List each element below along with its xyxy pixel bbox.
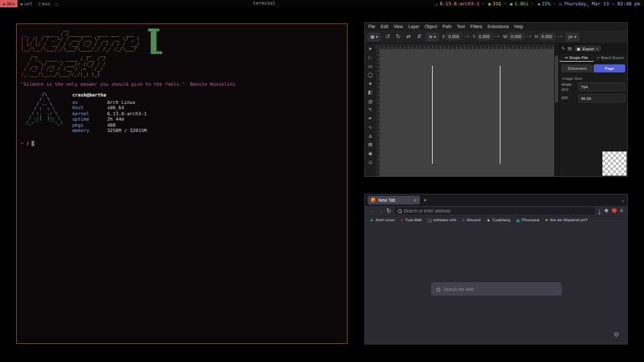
rotate-cw-button[interactable]: ↻ <box>394 34 402 40</box>
spinbox-value[interactable]: 0.000 <box>446 33 462 40</box>
bookmarks-bar: ▲ Arch Linux ● Tuta Mail ❏ software refs… <box>365 216 627 223</box>
spinbox-steppers[interactable]: −+ <box>557 34 562 39</box>
tool-button[interactable]: ★ <box>366 80 375 88</box>
tool-button[interactable]: ◯ <box>366 71 375 79</box>
bookmark-item[interactable]: ▣ Photopea <box>516 218 539 223</box>
bookmark-item[interactable]: ● Discord <box>462 218 480 222</box>
coordinate-spinbox[interactable]: Y 0.000 −+ <box>472 33 500 40</box>
tool-button[interactable]: ➤ <box>366 45 375 53</box>
tool-button[interactable]: ◧ <box>366 88 375 97</box>
status-icon: ▦ <box>510 1 513 6</box>
coordinate-spinbox[interactable]: X 0.000 −+ <box>442 33 470 40</box>
fetch-label: memory <box>72 128 107 134</box>
tab-close-icon[interactable]: × <box>414 198 417 202</box>
bookmark-item[interactable]: ● Tuta Mail <box>400 218 421 222</box>
list-all-tabs-button[interactable]: ⌄ <box>621 198 625 203</box>
close-icon[interactable]: × <box>596 47 599 51</box>
workspace-tag[interactable]: ◆ dev <box>0 0 17 7</box>
forward-button[interactable]: → <box>378 208 383 214</box>
tool-button[interactable]: ✒ <box>366 115 375 123</box>
menu-item[interactable]: Text <box>457 24 465 29</box>
bookmark-label: Photopea <box>522 218 539 222</box>
spinbox-label: Y <box>472 34 475 39</box>
status-separator: • <box>553 1 555 7</box>
tool-button[interactable]: ▷ <box>366 54 375 62</box>
export-scope-button[interactable]: Document <box>561 64 593 72</box>
back-button[interactable]: ← <box>369 208 374 214</box>
spinbox-value[interactable]: 0.000 <box>539 33 555 40</box>
spinbox-steppers[interactable]: −+ <box>526 34 531 39</box>
gear-icon[interactable]: ⚙ <box>614 331 619 338</box>
scrollbar-thumb[interactable] <box>555 56 558 103</box>
workspace-tag[interactable]: □ <box>53 0 62 7</box>
menu-item[interactable]: Edit <box>380 24 388 29</box>
menu-item[interactable]: Extensions <box>488 24 509 29</box>
menu-item[interactable]: Object <box>425 24 437 29</box>
export-mode-tab[interactable]: ▱ Batch Export <box>594 54 628 62</box>
workspace-tag[interactable]: ♫ mus <box>36 0 53 7</box>
units-dropdown[interactable]: px ▾ <box>566 33 579 41</box>
spinbox-steppers[interactable]: −+ <box>494 34 500 39</box>
extensions-icon[interactable]: ❖ <box>604 208 608 214</box>
tool-button[interactable]: A <box>366 132 375 140</box>
chevron-down-icon: ▾ <box>434 34 436 40</box>
bookmark-favicon-icon: ▲ <box>486 218 490 222</box>
dpi-input[interactable] <box>578 94 625 103</box>
workspace-tag[interactable]: ◉ ust <box>17 0 35 7</box>
tool-button[interactable]: ▤ <box>366 141 375 149</box>
browser-tab[interactable]: New Tab × <box>368 196 420 204</box>
canvas-vertical-scrollbar[interactable] <box>554 44 559 176</box>
url-input[interactable] <box>404 208 592 213</box>
terminal-window[interactable]: __ ▄▄▄▄ _ _____ / /________ ____ ___ ___… <box>16 23 347 344</box>
select-mode-dropdown[interactable]: ▦ ▾ <box>368 33 380 41</box>
menu-item[interactable]: Layer <box>409 24 419 29</box>
edit-dock-icon[interactable]: ✎ <box>561 46 566 52</box>
bookmark-item[interactable]: ▲ Codeberg <box>486 218 510 222</box>
tool-button[interactable]: ◎ <box>366 158 375 166</box>
tool-button[interactable]: @ <box>366 97 375 105</box>
newtab-search-bar[interactable] <box>431 282 561 296</box>
bookmark-item[interactable]: ❏ software refs <box>427 218 456 223</box>
spinbox-label: H <box>535 34 538 39</box>
spinbox-steppers[interactable]: −+ <box>464 34 469 39</box>
workspace-tag-icon: □ <box>56 1 58 6</box>
menu-item[interactable]: Help <box>515 24 523 29</box>
bookmark-item[interactable]: ▲ Arch Linux <box>370 218 394 222</box>
newtab-search-input[interactable] <box>443 287 556 292</box>
menu-icon[interactable]: ≡ <box>620 208 623 214</box>
tool-button[interactable]: ◉ <box>366 149 375 158</box>
coordinate-spinbox[interactable]: W 0.000 −+ <box>503 33 531 40</box>
menu-item[interactable]: View <box>394 24 403 29</box>
coordinate-spinbox[interactable]: H 0.000 −+ <box>535 33 562 40</box>
fetch-row: os Arch Linux <box>72 100 147 106</box>
align-dropdown[interactable]: ⊞ ▾ <box>426 33 439 41</box>
tool-button[interactable]: ∿ <box>366 123 375 131</box>
export-scope-button[interactable]: Page <box>594 64 625 72</box>
width-input[interactable] <box>578 82 625 91</box>
inkscape-canvas[interactable] <box>380 49 554 176</box>
spinbox-value[interactable]: 0.000 <box>477 33 493 40</box>
url-bar[interactable] <box>394 207 595 215</box>
bookmark-label: Tuta Mail <box>405 218 421 222</box>
rotate-ccw-button[interactable]: ↺ <box>384 34 391 40</box>
tool-button[interactable]: ▭ <box>366 62 375 70</box>
ublock-icon[interactable] <box>612 208 616 213</box>
menu-item[interactable]: Filters <box>470 24 482 29</box>
prompt-cwd: ~ <box>21 141 23 146</box>
flip-horizontal-button[interactable]: ⇄ <box>405 34 413 40</box>
new-tab-button[interactable]: + <box>423 197 427 204</box>
menu-item[interactable]: Path <box>443 24 451 29</box>
bookmark-item[interactable]: ● Are we Wayland yet? <box>545 218 588 222</box>
layers-dock-icon[interactable]: ▤ <box>568 46 572 52</box>
tool-button[interactable]: ✎ <box>366 106 375 114</box>
spinbox-value[interactable]: 0.000 <box>508 33 525 40</box>
search-icon <box>436 288 439 291</box>
export-dock-tab[interactable]: ▣ Export × <box>574 46 602 52</box>
menu-item[interactable]: File <box>368 24 375 29</box>
flip-vertical-button[interactable]: ⇵ <box>416 34 423 40</box>
quote-line: "Silence is the only answer you should g… <box>21 82 343 87</box>
ascii-banner: __ ▄▄▄▄ _ _____ / /________ ____ ___ ___… <box>21 27 343 77</box>
reload-button[interactable]: ↻ <box>386 208 391 214</box>
export-mode-tab[interactable]: ▰ Single File <box>559 54 594 62</box>
downloads-icon[interactable]: ↓ <box>598 208 601 214</box>
